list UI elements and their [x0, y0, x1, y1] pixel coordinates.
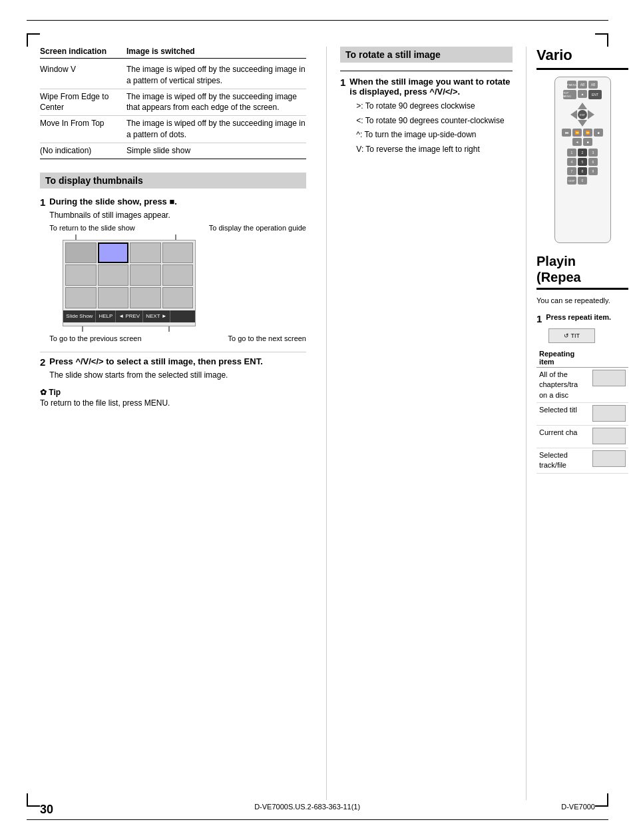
left-column: Screen indication Image is switched Wind… — [0, 47, 326, 800]
screen-mockup: ↺ TIT — [548, 328, 628, 343]
thumb-cell — [130, 264, 161, 286]
r-btn-0: 0 — [578, 177, 587, 185]
screen-cell: Window V — [40, 64, 126, 75]
thumb-grid — [63, 240, 195, 310]
rep-screen-selected — [590, 403, 628, 426]
rotate-item: <: To rotate 90 degrees counter-clockwis… — [356, 114, 513, 129]
step2-content: Press ^/V/</> to select a still image, t… — [49, 356, 306, 384]
footer-right: D-VE7000 — [561, 803, 595, 817]
nav-slideshow[interactable]: Slide Show — [63, 310, 96, 322]
nav-next[interactable]: NEXT ► — [143, 310, 170, 322]
table-row: Window V The image is wiped off by the s… — [40, 62, 306, 89]
rep-screen-img — [592, 450, 626, 467]
page-border-top — [27, 20, 608, 21]
screen-cell: Move In From Top — [40, 118, 126, 129]
image-cell: Simple slide show — [126, 145, 306, 157]
r-btn-ab: AB — [578, 81, 587, 89]
divider — [40, 352, 306, 352]
screen-cell: Wipe From Edge to Center — [40, 91, 126, 114]
nav-prev[interactable]: ◄ PREV — [116, 310, 143, 322]
table-row: Move In From Top The image is wiped off … — [40, 116, 306, 143]
rotate-step1-row: 1 When the still image you want to rotat… — [340, 77, 513, 157]
remote-row2: TOP MENU ▲ ENT — [563, 90, 602, 99]
rep-screen-track — [590, 448, 628, 474]
thumbnails-heading: To display thumbnails — [40, 173, 306, 189]
rep-table-row: Selected titl — [536, 403, 628, 426]
ann-return: To return to the slide show — [49, 224, 134, 232]
r-btn-4: 4 — [567, 158, 576, 166]
image-cell: The image is wiped off by the succeeding… — [126, 118, 306, 141]
annotation-top: To return to the slide show To display t… — [49, 224, 306, 232]
thumb-cell — [98, 264, 129, 286]
annotation-bottom: To go to the previous screen To go to th… — [49, 334, 306, 342]
header-image: Image is switched — [126, 47, 306, 56]
r-btn-3: 3 — [588, 149, 598, 157]
rep-table-row: All of the chapters/tra on a disc — [536, 367, 628, 402]
dpad-down — [578, 120, 587, 127]
step1-desc: Thumbnails of still images appear. — [49, 209, 306, 221]
remote-more: ◄ ■ — [572, 138, 592, 146]
rep-col2-header — [590, 348, 628, 368]
playing-step1-content: Press repeati item. — [546, 313, 628, 324]
thumb-cell — [65, 287, 97, 308]
playing-step1-title: Press repeati item. — [546, 313, 628, 321]
remote-dpad: ENT — [570, 103, 594, 127]
r-btn-2: 2 — [578, 149, 587, 157]
r-btn-5: 5 — [578, 158, 587, 166]
corner-mark-tr — [595, 33, 608, 47]
rotate-item: ^: To turn the image up-side-down — [356, 128, 513, 143]
right-column: Vario P.MENU AB AB TOP MENU ▲ ENT — [526, 47, 635, 800]
playing-heading: Playin (Repea — [536, 253, 628, 290]
annotation-lines-bottom — [63, 326, 196, 332]
annotation-lines — [63, 234, 196, 240]
rep-item-selected: Selected titl — [536, 403, 590, 426]
playing-line2: (Repea — [536, 269, 628, 285]
dpad-up — [578, 103, 587, 109]
rotate-item: V: To reverse the image left to right — [356, 143, 513, 157]
image-cell: The image is wiped off by the succeeding… — [126, 64, 306, 87]
various-heading: Vario — [536, 47, 628, 70]
rep-table-row: Selected track/file — [536, 448, 628, 474]
corner-mark-br — [595, 793, 608, 807]
step2-title: Press ^/V/</> to select a still image, t… — [49, 356, 306, 366]
dpad-right — [588, 110, 594, 119]
screen-indication-table: Screen indication Image is switched Wind… — [40, 47, 306, 159]
thumb-cell — [65, 242, 97, 264]
thumb-cell — [98, 287, 129, 308]
playing-desc: You can se repeatedly. — [536, 295, 628, 306]
table-row: (No indication) Simple slide show — [40, 143, 306, 159]
step2-label: 2 — [40, 356, 45, 368]
page: Screen indication Image is switched Wind… — [0, 0, 635, 840]
various-title: Vario — [536, 47, 572, 63]
dpad-left — [570, 110, 577, 119]
nav-help[interactable]: HELP — [96, 310, 116, 322]
screen-display: ↺ TIT — [548, 328, 595, 343]
r-btn-7: 7 — [567, 167, 576, 175]
image-cell: The image is wiped off by the succeeding… — [126, 91, 306, 114]
rep-table-row: Current cha — [536, 426, 628, 448]
thumb-cell — [65, 264, 97, 286]
table-header: Screen indication Image is switched — [40, 47, 306, 59]
playing-step1-label: 1 — [536, 313, 542, 324]
rotate-step1-content: When the still image you want to rotate … — [349, 77, 513, 157]
r-btn-stop: ■ — [594, 129, 603, 137]
rep-screen-all — [590, 367, 628, 402]
thumbnail-preview: Slide Show HELP ◄ PREV NEXT ► — [63, 240, 196, 326]
step2-row: 2 Press ^/V/</> to select a still image,… — [40, 356, 306, 384]
remote-numpad: 1 2 3 4 5 6 7 8 9 DISP 0 — [567, 149, 598, 185]
rep-screen-current — [590, 426, 628, 448]
r-btn-9: 9 — [588, 167, 598, 175]
rotate-list: >: To rotate 90 degrees clockwise <: To … — [356, 99, 513, 157]
thumbnail-annotation: To return to the slide show To display t… — [49, 224, 306, 342]
rotate-rule — [340, 71, 513, 71]
r-btn-ent: ENT — [588, 90, 602, 99]
ann-prev-screen: To go to the previous screen — [49, 334, 141, 342]
playing-step1-row: 1 Press repeati item. — [536, 313, 628, 324]
corner-mark-tl — [27, 33, 40, 47]
page-number: 30 — [40, 803, 53, 817]
rotate-step1-label: 1 — [340, 77, 345, 88]
rep-table-header: Repeating item — [536, 348, 628, 368]
header-screen: Screen indication — [40, 47, 126, 56]
rep-col1-header: Repeating item — [536, 348, 590, 368]
page-border-bottom — [27, 819, 608, 820]
